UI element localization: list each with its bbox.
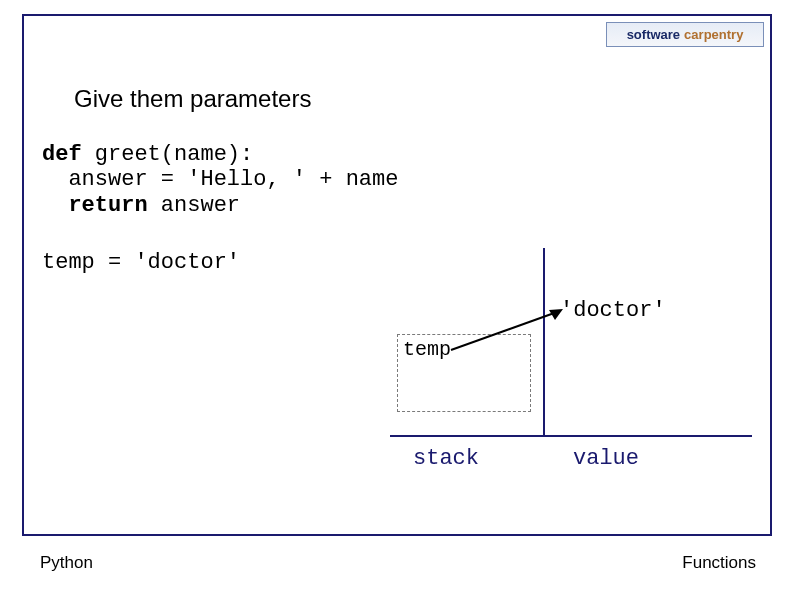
footer-right: Functions bbox=[682, 553, 756, 573]
code-body-1: answer = 'Hello, ' + name bbox=[42, 167, 398, 192]
code-signature: greet(name): bbox=[82, 142, 254, 167]
column-stack: stack bbox=[413, 446, 479, 471]
column-value: value bbox=[573, 446, 639, 471]
keyword-return: return bbox=[68, 193, 147, 218]
logo-text-left: software bbox=[627, 27, 680, 42]
code-block: def greet(name): answer = 'Hello, ' + na… bbox=[42, 142, 398, 218]
stack-value-diagram: 'doctor' temp stack value bbox=[395, 248, 757, 478]
code-return-rest: answer bbox=[148, 193, 240, 218]
logo-text-right: carpentry bbox=[684, 27, 743, 42]
slide-heading: Give them parameters bbox=[74, 85, 311, 113]
diagram-horizontal-divider bbox=[390, 435, 752, 437]
keyword-def: def bbox=[42, 142, 82, 167]
footer-left: Python bbox=[40, 553, 93, 573]
logo-software-carpentry: software carpentry bbox=[606, 22, 764, 47]
var-temp: temp bbox=[403, 338, 451, 361]
svg-line-0 bbox=[451, 312, 557, 350]
code-assignment: temp = 'doctor' bbox=[42, 250, 240, 275]
arrow-icon bbox=[451, 306, 571, 354]
value-literal: 'doctor' bbox=[560, 298, 666, 323]
